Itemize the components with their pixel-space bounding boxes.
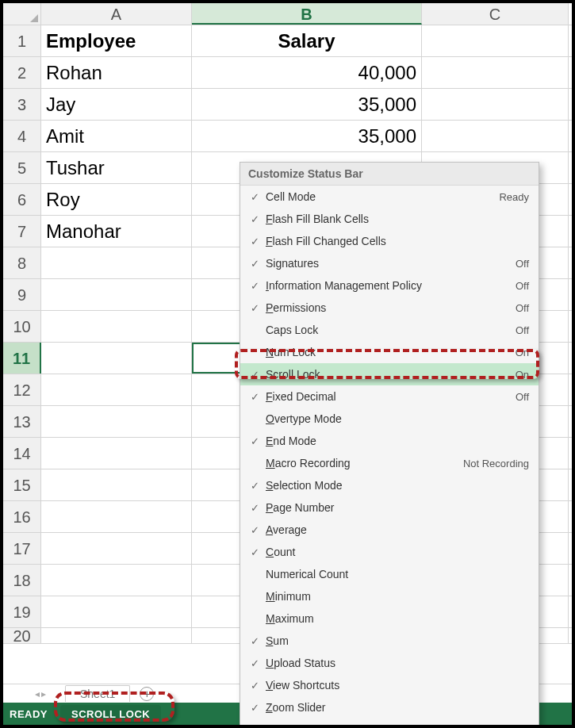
menu-item[interactable]: ✓Sum [240, 630, 539, 652]
menu-item[interactable]: ✓Information Management PolicyOff [240, 274, 539, 297]
cell[interactable] [41, 406, 192, 437]
menu-item[interactable]: ✓Flash Fill Blank Cells [240, 208, 539, 230]
add-sheet-button[interactable]: + [140, 687, 154, 701]
menu-item-label: Zoom [263, 723, 503, 728]
menu-item[interactable]: ✓PermissionsOff [240, 297, 539, 319]
cell[interactable] [41, 469, 192, 500]
cell[interactable] [422, 57, 569, 88]
row-header[interactable]: 18 [3, 565, 41, 596]
row-header[interactable]: 15 [3, 469, 41, 500]
menu-item[interactable]: ✓Count [240, 541, 539, 563]
cell[interactable]: Tushar [41, 152, 192, 183]
row-header[interactable]: 2 [3, 57, 41, 88]
menu-item[interactable]: Macro RecordingNot Recording [240, 452, 539, 474]
cell[interactable]: Amit [41, 121, 192, 151]
cell[interactable] [41, 247, 192, 278]
row-header[interactable]: 14 [3, 438, 41, 469]
check-icon: ✓ [247, 546, 263, 558]
row-header[interactable]: 17 [3, 533, 41, 564]
menu-item-value: Off [516, 280, 529, 292]
menu-item[interactable]: ✓Scroll LockOn [240, 363, 539, 385]
menu-item-label: Average [263, 523, 529, 536]
row-header[interactable]: 1 [3, 25, 41, 56]
col-header-B[interactable]: B [192, 3, 422, 25]
check-icon: ✓ [247, 213, 263, 225]
row-header[interactable]: 11 [3, 343, 41, 374]
menu-item[interactable]: ✓Upload Status [240, 652, 539, 674]
row-header[interactable]: 8 [3, 247, 41, 278]
cell[interactable] [41, 533, 192, 564]
cell[interactable]: Manohar [41, 216, 192, 247]
row-header[interactable]: 20 [3, 628, 41, 643]
cell[interactable]: Jay [41, 89, 192, 120]
check-icon: ✓ [247, 258, 263, 270]
cell[interactable] [41, 438, 192, 469]
row-header[interactable]: 12 [3, 374, 41, 405]
menu-item[interactable]: Minimum [240, 585, 539, 607]
cell[interactable]: 35,000 [192, 121, 422, 151]
cell[interactable] [422, 89, 569, 120]
cell[interactable] [41, 279, 192, 310]
row-header[interactable]: 4 [3, 121, 41, 151]
cell[interactable]: 35,000 [192, 89, 422, 120]
menu-item-label: Caps Lock [263, 324, 516, 336]
menu-item[interactable]: Overtype Mode [240, 408, 539, 430]
menu-item-label: Flash Fill Blank Cells [263, 213, 529, 225]
sheet-tab[interactable]: Sheet1 [65, 685, 130, 702]
cell[interactable]: Employee [41, 25, 192, 56]
cell[interactable] [41, 565, 192, 596]
menu-item[interactable]: ✓SignaturesOff [240, 252, 539, 274]
menu-item-label: Signatures [263, 257, 516, 270]
cell[interactable]: Roy [41, 184, 192, 215]
cell[interactable]: 40,000 [192, 57, 422, 88]
select-all-corner[interactable] [3, 3, 41, 25]
menu-item[interactable]: ✓Selection Mode [240, 474, 539, 496]
menu-item[interactable]: ✓View Shortcuts [240, 674, 539, 696]
cell[interactable]: Rohan [41, 57, 192, 88]
menu-item[interactable]: ✓Average [240, 519, 539, 541]
check-icon: ✓ [247, 302, 263, 314]
row-header[interactable]: 6 [3, 184, 41, 215]
cell[interactable] [41, 501, 192, 532]
menu-item-value: Not Recording [463, 458, 529, 469]
cell[interactable] [41, 343, 192, 374]
cell[interactable] [41, 374, 192, 405]
check-icon: ✓ [247, 702, 263, 714]
cell[interactable]: Salary [192, 25, 422, 56]
menu-item[interactable]: ✓Flash Fill Changed Cells [240, 230, 539, 252]
menu-item[interactable]: Maximum [240, 607, 539, 630]
row-header[interactable]: 10 [3, 311, 41, 342]
menu-item[interactable]: ✓End Mode [240, 430, 539, 452]
cell[interactable] [41, 311, 192, 342]
menu-item[interactable]: ✓Cell ModeReady [240, 186, 539, 208]
cell[interactable] [41, 596, 192, 627]
menu-item-value: Ready [499, 191, 529, 203]
cell[interactable] [422, 121, 569, 151]
col-header-C[interactable]: C [422, 3, 569, 25]
col-header-A[interactable]: A [41, 3, 192, 25]
check-icon: ✓ [247, 502, 263, 514]
check-icon: ✓ [247, 236, 263, 247]
menu-item[interactable]: ✓Zoom Slider [240, 696, 539, 718]
cell[interactable] [422, 25, 569, 56]
menu-item[interactable]: ✓Fixed DecimalOff [240, 385, 539, 408]
menu-item[interactable]: Num LockOn [240, 341, 539, 363]
menu-item-label: Zoom Slider [263, 701, 529, 714]
row-header[interactable]: 7 [3, 216, 41, 247]
menu-item[interactable]: ✓Zoom190% [240, 718, 539, 728]
menu-item[interactable]: ✓Page Number [240, 496, 539, 519]
row-header[interactable]: 5 [3, 152, 41, 183]
row-header[interactable]: 3 [3, 89, 41, 120]
menu-item-value: On [516, 347, 529, 358]
row-header[interactable]: 19 [3, 596, 41, 627]
row-header[interactable]: 9 [3, 279, 41, 310]
menu-item[interactable]: Numerical Count [240, 563, 539, 585]
row-header[interactable]: 13 [3, 406, 41, 437]
menu-item-label: Overtype Mode [263, 412, 529, 425]
tab-nav-arrows[interactable]: ◂▸ [35, 688, 46, 699]
row-header[interactable]: 16 [3, 501, 41, 532]
menu-item-value: Off [516, 302, 529, 314]
menu-item-label: Fixed Decimal [263, 390, 516, 403]
cell[interactable] [41, 628, 192, 643]
menu-item[interactable]: Caps LockOff [240, 319, 539, 341]
